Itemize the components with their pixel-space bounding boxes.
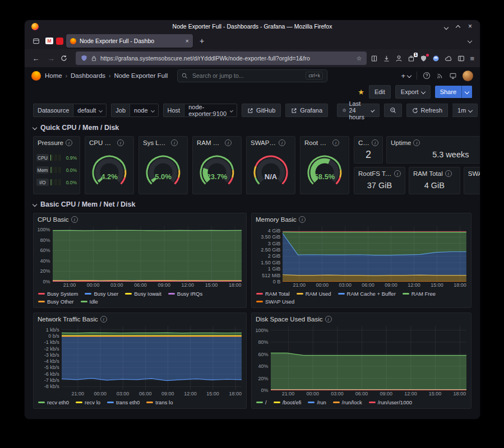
tab-close-button[interactable]: × — [186, 38, 189, 44]
zoom-out-button[interactable] — [384, 104, 402, 117]
legend-item[interactable]: Busy System — [38, 290, 78, 297]
info-icon[interactable]: i — [394, 170, 401, 177]
info-icon[interactable]: i — [71, 216, 78, 223]
legend-item[interactable]: Idle — [81, 298, 98, 305]
close-button[interactable]: × — [468, 24, 472, 29]
section-basic-cpu-mem-net-disk[interactable]: Basic CPU / Mem / Net / Disk — [33, 199, 471, 210]
chart-plot[interactable] — [53, 226, 242, 282]
minimize-button[interactable] — [445, 21, 448, 31]
legend-item[interactable]: RAM Cache + Buffer — [338, 290, 396, 297]
gmail-extension-icon[interactable]: M — [45, 38, 53, 44]
back-button[interactable]: ← — [30, 54, 41, 63]
panel-pressure[interactable]: Pressurei CPU 0.9% Mem 0.0% — [33, 136, 80, 194]
info-icon[interactable]: i — [66, 139, 72, 146]
panel-swap-used-gauge[interactable]: SWAP Usedi N/A — [246, 136, 295, 194]
extensions-button[interactable]: 1 — [408, 55, 415, 62]
legend-item[interactable]: recv eth0 — [38, 399, 69, 406]
new-tab-button[interactable]: + — [196, 36, 208, 45]
cloud-icon[interactable] — [445, 55, 452, 62]
sidebar-icon[interactable] — [457, 55, 465, 62]
legend-item[interactable]: /run/lock — [333, 399, 362, 406]
panel-ram-used-gauge[interactable]: RAM Usedi 23.7% — [192, 136, 242, 194]
menu-button[interactable]: ≡ — [470, 54, 474, 63]
active-tab[interactable]: Node Exporter Full - Dashbo × — [66, 34, 193, 48]
legend-item[interactable]: RAM Total — [256, 290, 290, 297]
favorite-star-icon[interactable]: ★ — [358, 88, 364, 96]
share-caret-button[interactable] — [461, 86, 472, 98]
panel-ram-total[interactable]: RAM Totali 4 GiB — [409, 167, 460, 194]
adblock-extension-icon[interactable] — [56, 38, 63, 45]
info-icon[interactable]: i — [225, 139, 232, 146]
info-icon[interactable]: i — [171, 139, 178, 146]
legend-item[interactable]: recv lo — [76, 399, 100, 406]
info-icon[interactable]: i — [100, 316, 107, 323]
info-icon[interactable]: i — [332, 139, 339, 146]
legend-item[interactable]: / — [256, 399, 267, 406]
panel-cpu-busy-gauge[interactable]: CPU Busyi 4.2% — [85, 136, 134, 194]
info-icon[interactable]: i — [445, 170, 452, 177]
panel-sys-load-gauge[interactable]: Sys Loadi 5.0% — [138, 136, 188, 194]
search-box[interactable]: ctrl+k — [177, 69, 327, 82]
datasource-chip[interactable]: Datasource default — [33, 104, 107, 117]
legend-item[interactable]: RAM Free — [403, 290, 436, 297]
display-icon[interactable] — [449, 72, 457, 80]
info-icon[interactable]: i — [299, 216, 306, 223]
github-button[interactable]: GitHub — [242, 104, 281, 117]
vpn-icon[interactable] — [432, 55, 440, 62]
titlebar[interactable]: Node Exporter Full - Dashboards - Grafan… — [25, 20, 480, 32]
protection-extension-button[interactable] — [420, 55, 427, 62]
search-input[interactable] — [191, 72, 302, 80]
firefox-view-button[interactable] — [29, 35, 43, 47]
info-icon[interactable]: i — [325, 316, 332, 323]
panel-cpu-cores[interactable]: CPU Coresi 2 — [354, 136, 383, 164]
legend-item[interactable]: Busy Iowait — [125, 290, 161, 297]
padlock-icon[interactable] — [91, 55, 97, 62]
legend-item[interactable]: trans lo — [146, 399, 173, 406]
help-icon[interactable] — [423, 72, 431, 80]
news-icon[interactable] — [436, 72, 443, 80]
legend-item[interactable]: SWAP Used — [256, 298, 294, 305]
downloads-icon[interactable] — [383, 55, 390, 62]
share-button[interactable]: Share — [435, 86, 461, 98]
url-bar[interactable]: https://grafana.systemsobscure.net/d/rYd… — [76, 52, 367, 65]
panel-root-fs-used-gauge[interactable]: Root FS Usedi 58.5% — [300, 136, 349, 194]
job-chip[interactable]: Job node — [111, 104, 158, 117]
legend-item[interactable]: RAM Used — [297, 290, 331, 297]
info-icon[interactable]: i — [117, 139, 124, 146]
chart-plot[interactable] — [283, 226, 466, 282]
legend-item[interactable]: Busy IRQs — [168, 290, 202, 297]
legend-item[interactable]: Busy Other — [38, 298, 74, 305]
url-text[interactable]: https://grafana.systemsobscure.net/d/rYd… — [100, 55, 353, 62]
time-range-button[interactable]: Last 24 hours — [337, 104, 380, 117]
breadcrumb-item-dashboards[interactable]: Dashboards — [71, 72, 105, 79]
reload-button[interactable] — [61, 55, 72, 62]
chart-plot[interactable] — [62, 326, 242, 390]
panel-disk-space-used-basic[interactable]: Disk Space Used Basici 100%80%60%40%20%0… — [251, 312, 471, 409]
panel-rootfs-total[interactable]: RootFS Totali 37 GiB — [354, 167, 405, 194]
chart-plot[interactable] — [271, 326, 466, 390]
panel-cpu-basic[interactable]: CPU Basici 100%80%60%40%20%0% 21:0000:00… — [33, 213, 247, 308]
export-button[interactable]: Export — [395, 85, 431, 99]
breadcrumb-item-home[interactable]: Home — [45, 72, 62, 79]
info-icon[interactable]: i — [372, 139, 378, 146]
account-icon[interactable] — [395, 55, 403, 62]
grafana-link-button[interactable]: Grafana — [285, 104, 328, 117]
grafana-logo[interactable] — [31, 71, 41, 81]
add-button[interactable]: + — [401, 72, 411, 80]
legend-item[interactable]: /boot/efi — [274, 399, 302, 406]
legend-item[interactable]: trans eth0 — [107, 399, 140, 406]
library-icon[interactable] — [371, 55, 378, 62]
info-icon[interactable]: i — [413, 139, 420, 146]
legend-item[interactable]: /run/user/1000 — [369, 399, 412, 406]
legend-item[interactable]: Busy User — [85, 290, 118, 297]
panel-network-traffic-basic[interactable]: Network Traffic Basici 1 kb/s0 b/s-1 kb/… — [33, 312, 247, 409]
list-all-tabs-button[interactable] — [464, 39, 475, 43]
refresh-interval-button[interactable]: 1m — [452, 104, 478, 117]
panel-memory-basic[interactable]: Memory Basici 4 GiB3.50 GiB3 GiB2.50 GiB… — [251, 213, 471, 308]
bookmark-star-button[interactable]: ☆ — [357, 55, 362, 62]
legend-item[interactable]: /run — [308, 399, 326, 406]
forward-button[interactable]: → — [45, 54, 57, 63]
refresh-button[interactable]: Refresh — [406, 104, 448, 117]
host-chip[interactable]: Host node-exporter:9100 — [163, 104, 238, 117]
section-quick-cpu-mem-disk[interactable]: Quick CPU / Mem / Disk — [33, 122, 471, 133]
